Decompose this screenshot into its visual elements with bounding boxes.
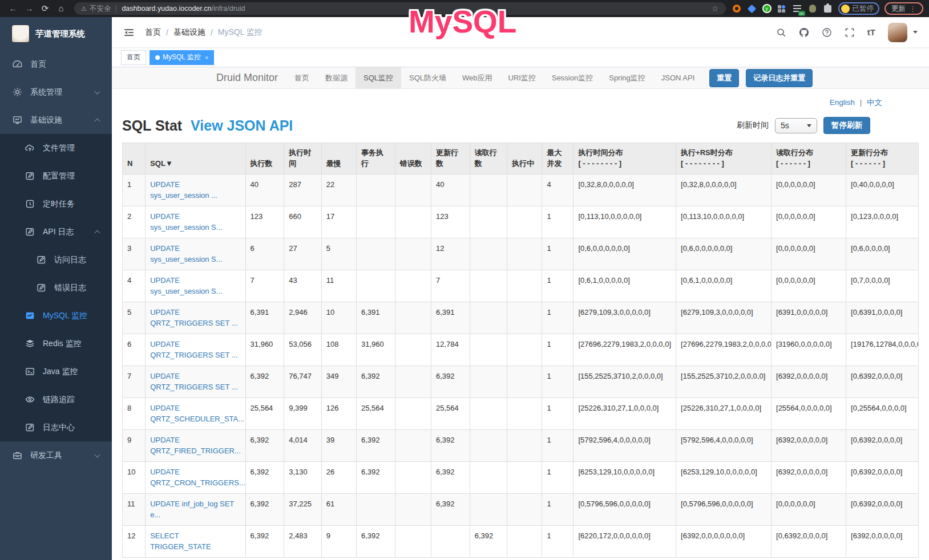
cell-exec: 6,392: [245, 366, 284, 397]
breadcrumb-home[interactable]: 首页: [145, 27, 161, 38]
cell-conc: 1: [542, 206, 573, 238]
sidebar-item-file-management[interactable]: 文件管理: [0, 134, 112, 162]
druid-brand[interactable]: Druid Monitor: [208, 72, 286, 84]
column-header[interactable]: 执行中: [507, 143, 542, 175]
browser-menu-icon[interactable]: ⋮: [909, 5, 916, 13]
app-logo[interactable]: 芋道管理系统: [0, 17, 112, 50]
avatar-caret-down-icon[interactable]: [913, 31, 918, 34]
extension-green-icon[interactable]: y: [762, 4, 772, 13]
lang-english-link[interactable]: English: [830, 98, 855, 107]
extensions-puzzle-icon[interactable]: [823, 3, 833, 14]
sql-link[interactable]: UPDATE QRTZ_TRIGGERS SET ...: [150, 372, 237, 392]
profile-chip[interactable]: 已暂停: [838, 2, 880, 15]
sidebar-item-api-logs[interactable]: API 日志: [0, 218, 112, 246]
cell-d4: [0,6392,0,0,0,0]: [846, 429, 919, 461]
log-and-reset-button[interactable]: 记录日志并重置: [746, 69, 813, 87]
cell-read: [470, 270, 507, 302]
druid-nav-web-app[interactable]: Web应用: [454, 67, 500, 88]
column-header[interactable]: 执行时间: [284, 143, 322, 175]
column-header[interactable]: N: [123, 143, 146, 175]
search-icon[interactable]: [776, 27, 786, 38]
column-header[interactable]: 更新行数: [431, 143, 470, 175]
druid-nav-datasource[interactable]: 数据源: [317, 67, 356, 88]
sql-link[interactable]: SELECT TRIGGER_STATE: [150, 531, 211, 551]
github-icon[interactable]: [799, 27, 809, 38]
browser-forward-icon[interactable]: →: [22, 0, 37, 17]
column-header[interactable]: 读取行数: [470, 143, 507, 175]
cell-n: 8: [123, 397, 146, 429]
druid-nav-session-monitor[interactable]: Session监控: [544, 67, 601, 88]
sql-link[interactable]: UPDATE QRTZ_TRIGGERS SET ...: [150, 308, 237, 328]
sidebar-item-java-monitor[interactable]: Java 监控: [0, 358, 112, 385]
sql-link[interactable]: UPDATE QRTZ_FIRED_TRIGGER...: [150, 436, 241, 456]
user-avatar[interactable]: [888, 23, 907, 42]
not-secure-label[interactable]: 不安全: [90, 4, 111, 14]
sql-link[interactable]: UPDATE sys_user_session S...: [150, 244, 222, 264]
sidebar-item-home[interactable]: 首页: [0, 50, 112, 78]
bookmark-star-icon[interactable]: ☆: [712, 4, 719, 13]
tab-home[interactable]: 首页: [121, 50, 146, 65]
sidebar-item-config-management[interactable]: 配置管理: [0, 162, 112, 190]
extension-monkey-icon[interactable]: [807, 3, 818, 14]
cell-conc: 4: [542, 174, 573, 206]
sidebar-item-scheduled-jobs[interactable]: 定时任务: [0, 190, 112, 218]
sql-link[interactable]: UPDATE sys_user_session S...: [150, 212, 222, 232]
sql-link[interactable]: UPDATE QRTZ_CRON_TRIGGERS...: [150, 468, 245, 488]
font-size-icon[interactable]: tT: [867, 27, 875, 37]
sql-link[interactable]: UPDATE QRTZ_SCHEDULER_STA...: [150, 404, 244, 424]
breadcrumb-infrastructure[interactable]: 基础设施: [173, 27, 205, 38]
column-header[interactable]: 执行数: [245, 143, 284, 175]
column-header[interactable]: 读取行分布[ - - - - - - ]: [772, 143, 846, 175]
sidebar-item-infrastructure[interactable]: 基础设施: [0, 106, 112, 134]
druid-nav-json-api[interactable]: JSON API: [653, 67, 703, 88]
column-header[interactable]: 最大并发: [542, 143, 573, 175]
sql-link[interactable]: UPDATE sys_user_session S...: [150, 276, 222, 296]
pause-refresh-button[interactable]: 暂停刷新: [823, 117, 870, 134]
column-header[interactable]: 执行时间分布[ - - - - - - - - ]: [573, 143, 676, 175]
druid-nav-sql-monitor[interactable]: SQL监控: [356, 67, 401, 88]
browser-back-icon[interactable]: ←: [6, 0, 21, 17]
tab-mysql-monitor[interactable]: MySQL 监控 ×: [150, 50, 214, 65]
sql-link[interactable]: UPDATE inf_job_log SET e...: [150, 500, 234, 520]
view-json-api-link[interactable]: View JSON API: [191, 117, 293, 133]
druid-nav-sql-firewall[interactable]: SQL防火墙: [401, 67, 454, 88]
extension-squares-icon[interactable]: [777, 3, 787, 14]
browser-reload-icon[interactable]: ⟳: [38, 0, 52, 17]
address-bar[interactable]: ⚠ 不安全 dashboard.yudao.iocoder.cn/infra/d…: [74, 2, 726, 15]
extension-list-icon[interactable]: on: [792, 3, 802, 14]
sidebar-item-redis-monitor[interactable]: Redis 监控: [0, 330, 112, 358]
cell-time: 660: [284, 206, 322, 238]
druid-nav-home[interactable]: 首页: [286, 67, 317, 88]
column-header[interactable]: 最慢: [321, 143, 356, 175]
sidebar-item-mysql-monitor[interactable]: MySQL 监控: [0, 302, 112, 330]
sidebar-item-access-log[interactable]: 访问日志: [0, 246, 112, 274]
cell-exec: 25,564: [245, 397, 284, 429]
cell-time: 3,130: [284, 461, 322, 493]
druid-nav-uri-monitor[interactable]: URI监控: [500, 67, 544, 88]
druid-nav-spring-monitor[interactable]: Spring监控: [601, 67, 653, 88]
sql-link[interactable]: UPDATE sys_user_session ...: [150, 180, 217, 200]
browser-home-icon[interactable]: ⌂: [54, 0, 68, 17]
sidebar-item-dev-tools[interactable]: 研发工具: [0, 441, 112, 469]
sidebar-item-log-center[interactable]: 日志中心: [0, 413, 112, 441]
refresh-interval-select[interactable]: 5s: [775, 118, 817, 133]
column-header[interactable]: 更新行分布[ - - - - - - ]: [846, 143, 919, 175]
hamburger-icon[interactable]: [123, 27, 135, 38]
sidebar-item-tracing[interactable]: 链路追踪: [0, 385, 112, 413]
column-header[interactable]: SQL▼: [146, 143, 245, 175]
extension-donut-icon[interactable]: [732, 3, 742, 14]
help-icon[interactable]: [822, 27, 832, 38]
tab-close-icon[interactable]: ×: [205, 54, 208, 61]
reset-button[interactable]: 重置: [709, 69, 739, 87]
lang-chinese-link[interactable]: 中文: [867, 98, 882, 107]
sidebar-item-error-log[interactable]: 错误日志: [0, 274, 112, 302]
browser-update-button[interactable]: 更新 ⋮: [884, 2, 923, 15]
sidebar-item-system-management[interactable]: 系统管理: [0, 78, 112, 106]
column-header[interactable]: 错误数: [395, 143, 431, 175]
sql-link[interactable]: UPDATE QRTZ_TRIGGERS SET ...: [150, 340, 237, 360]
column-header[interactable]: 执行+RS时分布[ - - - - - - - - ]: [676, 143, 772, 175]
cell-n: 11: [123, 493, 146, 525]
column-header[interactable]: 事务执行: [357, 143, 395, 175]
extension-gem-icon[interactable]: [747, 3, 757, 14]
fullscreen-icon[interactable]: [845, 27, 855, 38]
